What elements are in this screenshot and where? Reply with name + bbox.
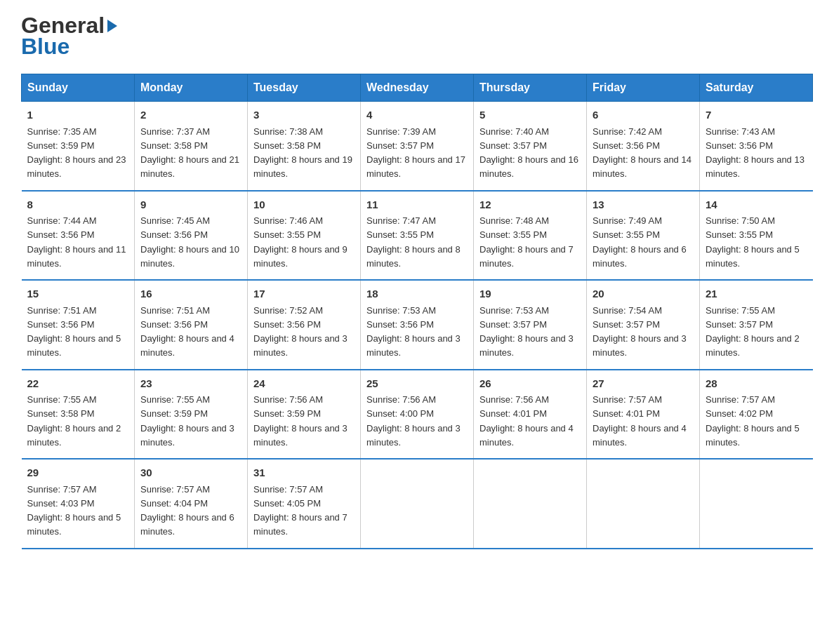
day-number: 26 (479, 376, 581, 392)
day-cell: 3Sunrise: 7:38 AMSunset: 3:58 PMDaylight… (248, 102, 361, 191)
sunset-info: Sunset: 3:56 PM (253, 319, 321, 330)
daylight-info: Daylight: 8 hours and 6 minutes. (593, 244, 687, 269)
day-number: 23 (140, 376, 241, 392)
sunrise-info: Sunrise: 7:57 AM (593, 394, 662, 405)
day-cell: 16Sunrise: 7:51 AMSunset: 3:56 PMDayligh… (135, 280, 248, 370)
sunset-info: Sunset: 3:56 PM (27, 319, 95, 330)
col-header-sunday: Sunday (22, 74, 135, 102)
daylight-info: Daylight: 8 hours and 6 minutes. (140, 512, 234, 537)
page-header: General Blue (21, 14, 813, 60)
sunrise-info: Sunrise: 7:54 AM (593, 305, 662, 316)
week-row-3: 15Sunrise: 7:51 AMSunset: 3:56 PMDayligh… (22, 280, 813, 370)
sunset-info: Sunset: 3:55 PM (253, 229, 321, 240)
sunrise-info: Sunrise: 7:42 AM (593, 126, 662, 137)
sunrise-info: Sunrise: 7:55 AM (140, 394, 210, 405)
week-row-1: 1Sunrise: 7:35 AMSunset: 3:59 PMDaylight… (22, 102, 813, 191)
sunrise-info: Sunrise: 7:35 AM (27, 126, 97, 137)
day-cell: 15Sunrise: 7:51 AMSunset: 3:56 PMDayligh… (22, 280, 135, 370)
sunrise-info: Sunrise: 7:43 AM (706, 126, 775, 137)
day-number: 2 (140, 107, 241, 123)
sunrise-info: Sunrise: 7:57 AM (140, 484, 210, 495)
day-cell: 28Sunrise: 7:57 AMSunset: 4:02 PMDayligh… (700, 370, 813, 459)
sunrise-info: Sunrise: 7:53 AM (479, 305, 549, 316)
sunrise-info: Sunrise: 7:57 AM (253, 484, 323, 495)
day-number: 6 (593, 107, 694, 123)
day-cell: 29Sunrise: 7:57 AMSunset: 4:03 PMDayligh… (22, 459, 135, 549)
col-header-thursday: Thursday (474, 74, 587, 102)
col-header-saturday: Saturday (700, 74, 813, 102)
day-cell: 11Sunrise: 7:47 AMSunset: 3:55 PMDayligh… (361, 191, 474, 281)
day-number: 21 (706, 286, 807, 302)
sunrise-info: Sunrise: 7:37 AM (140, 126, 210, 137)
sunset-info: Sunset: 3:57 PM (706, 319, 773, 330)
week-row-5: 29Sunrise: 7:57 AMSunset: 4:03 PMDayligh… (22, 459, 813, 549)
daylight-info: Daylight: 8 hours and 5 minutes. (706, 423, 800, 448)
sunset-info: Sunset: 3:58 PM (253, 140, 321, 151)
daylight-info: Daylight: 8 hours and 17 minutes. (366, 154, 465, 179)
day-cell (587, 459, 700, 549)
day-cell: 6Sunrise: 7:42 AMSunset: 3:56 PMDaylight… (587, 102, 700, 191)
sunrise-info: Sunrise: 7:49 AM (593, 215, 662, 226)
daylight-info: Daylight: 8 hours and 13 minutes. (706, 154, 805, 179)
daylight-info: Daylight: 8 hours and 4 minutes. (479, 423, 574, 448)
day-number: 3 (253, 107, 355, 123)
day-number: 24 (253, 376, 355, 392)
day-cell: 5Sunrise: 7:40 AMSunset: 3:57 PMDaylight… (474, 102, 587, 191)
day-number: 5 (479, 107, 581, 123)
sunrise-info: Sunrise: 7:52 AM (253, 305, 323, 316)
day-number: 20 (593, 286, 694, 302)
sunset-info: Sunset: 3:56 PM (706, 140, 773, 151)
daylight-info: Daylight: 8 hours and 23 minutes. (27, 154, 126, 179)
day-cell: 27Sunrise: 7:57 AMSunset: 4:01 PMDayligh… (587, 370, 700, 459)
day-cell: 18Sunrise: 7:53 AMSunset: 3:56 PMDayligh… (361, 280, 474, 370)
sunset-info: Sunset: 3:58 PM (27, 408, 95, 419)
day-cell: 31Sunrise: 7:57 AMSunset: 4:05 PMDayligh… (248, 459, 361, 549)
daylight-info: Daylight: 8 hours and 3 minutes. (140, 423, 234, 448)
sunset-info: Sunset: 3:55 PM (479, 229, 547, 240)
day-cell: 19Sunrise: 7:53 AMSunset: 3:57 PMDayligh… (474, 280, 587, 370)
day-cell: 8Sunrise: 7:44 AMSunset: 3:56 PMDaylight… (22, 191, 135, 281)
day-number: 8 (27, 197, 129, 213)
day-number: 28 (706, 376, 807, 392)
daylight-info: Daylight: 8 hours and 16 minutes. (479, 154, 578, 179)
col-header-wednesday: Wednesday (361, 74, 474, 102)
day-cell: 14Sunrise: 7:50 AMSunset: 3:55 PMDayligh… (700, 191, 813, 281)
sunset-info: Sunset: 3:55 PM (593, 229, 660, 240)
daylight-info: Daylight: 8 hours and 21 minutes. (140, 154, 239, 179)
day-cell: 2Sunrise: 7:37 AMSunset: 3:58 PMDaylight… (135, 102, 248, 191)
daylight-info: Daylight: 8 hours and 7 minutes. (479, 244, 574, 269)
day-number: 14 (706, 197, 807, 213)
sunrise-info: Sunrise: 7:45 AM (140, 215, 210, 226)
day-number: 17 (253, 286, 355, 302)
sunset-info: Sunset: 3:56 PM (140, 229, 208, 240)
day-cell: 21Sunrise: 7:55 AMSunset: 3:57 PMDayligh… (700, 280, 813, 370)
daylight-info: Daylight: 8 hours and 3 minutes. (479, 333, 574, 358)
day-number: 7 (706, 107, 807, 123)
daylight-info: Daylight: 8 hours and 11 minutes. (27, 244, 126, 269)
sunset-info: Sunset: 3:55 PM (366, 229, 434, 240)
daylight-info: Daylight: 8 hours and 3 minutes. (593, 333, 687, 358)
week-row-4: 22Sunrise: 7:55 AMSunset: 3:58 PMDayligh… (22, 370, 813, 459)
day-cell: 17Sunrise: 7:52 AMSunset: 3:56 PMDayligh… (248, 280, 361, 370)
sunrise-info: Sunrise: 7:38 AM (253, 126, 323, 137)
sunset-info: Sunset: 3:57 PM (479, 140, 547, 151)
week-row-2: 8Sunrise: 7:44 AMSunset: 3:56 PMDaylight… (22, 191, 813, 281)
sunrise-info: Sunrise: 7:55 AM (27, 394, 97, 405)
day-number: 18 (366, 286, 468, 302)
calendar-table: SundayMondayTuesdayWednesdayThursdayFrid… (21, 74, 813, 549)
daylight-info: Daylight: 8 hours and 4 minutes. (593, 423, 687, 448)
sunset-info: Sunset: 4:01 PM (593, 408, 660, 419)
day-cell: 23Sunrise: 7:55 AMSunset: 3:59 PMDayligh… (135, 370, 248, 459)
sunrise-info: Sunrise: 7:56 AM (479, 394, 549, 405)
day-number: 19 (479, 286, 581, 302)
daylight-info: Daylight: 8 hours and 4 minutes. (140, 333, 234, 358)
day-number: 25 (366, 376, 468, 392)
day-cell: 1Sunrise: 7:35 AMSunset: 3:59 PMDaylight… (22, 102, 135, 191)
sunset-info: Sunset: 4:03 PM (27, 498, 95, 509)
daylight-info: Daylight: 8 hours and 3 minutes. (253, 333, 348, 358)
sunrise-info: Sunrise: 7:47 AM (366, 215, 436, 226)
day-cell: 12Sunrise: 7:48 AMSunset: 3:55 PMDayligh… (474, 191, 587, 281)
day-number: 22 (27, 376, 129, 392)
sunset-info: Sunset: 3:55 PM (706, 229, 773, 240)
day-cell: 4Sunrise: 7:39 AMSunset: 3:57 PMDaylight… (361, 102, 474, 191)
